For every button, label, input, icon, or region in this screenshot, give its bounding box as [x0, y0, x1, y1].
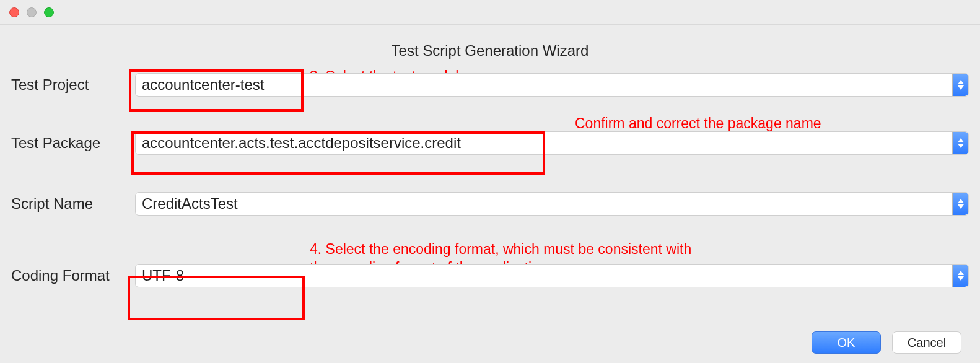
label-test-package: Test Package — [11, 134, 135, 152]
label-coding-format: Coding Format — [11, 267, 135, 284]
dropdown-arrows-icon[interactable] — [952, 193, 968, 215]
svg-marker-5 — [958, 204, 964, 209]
close-icon[interactable] — [9, 7, 19, 17]
combo-coding-format[interactable] — [135, 264, 969, 287]
input-test-package[interactable] — [136, 132, 952, 154]
svg-marker-2 — [958, 138, 964, 142]
input-test-project[interactable] — [136, 74, 952, 96]
svg-marker-4 — [958, 199, 964, 203]
input-coding-format[interactable] — [136, 265, 952, 287]
svg-marker-6 — [958, 271, 964, 275]
combo-script-name[interactable] — [135, 192, 969, 216]
maximize-icon[interactable] — [44, 7, 54, 17]
svg-marker-3 — [958, 144, 964, 148]
label-test-project: Test Project — [11, 76, 135, 94]
svg-marker-0 — [958, 80, 964, 84]
annotation-step4-line1: 4. Select the encoding format, which mus… — [310, 240, 691, 258]
combo-test-package[interactable] — [135, 131, 969, 155]
wizard-title: Test Script Generation Wizard — [0, 42, 980, 59]
ok-button[interactable]: OK — [812, 331, 881, 354]
svg-marker-1 — [958, 85, 964, 90]
label-script-name: Script Name — [11, 195, 135, 212]
input-script-name[interactable] — [136, 193, 952, 215]
cancel-button[interactable]: Cancel — [892, 331, 961, 354]
minimize-icon — [27, 7, 37, 17]
dropdown-arrows-icon[interactable] — [952, 132, 968, 154]
combo-test-project[interactable] — [135, 73, 969, 97]
svg-marker-7 — [958, 276, 964, 281]
annotation-confirm: Confirm and correct the package name — [575, 115, 821, 133]
dropdown-arrows-icon[interactable] — [952, 74, 968, 96]
titlebar — [0, 0, 980, 25]
dropdown-arrows-icon[interactable] — [952, 265, 968, 287]
